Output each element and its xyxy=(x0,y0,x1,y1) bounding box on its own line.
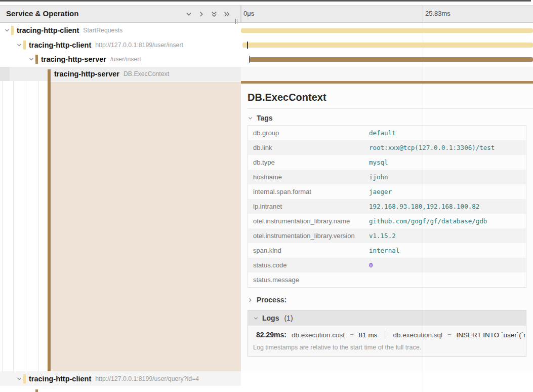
span-row-label[interactable]: tracing-http-client http://127.0.0.1:819… xyxy=(0,371,241,386)
span-service-name: tracing-http-server xyxy=(41,55,106,63)
expand-all-icon[interactable] xyxy=(211,11,218,18)
tag-row: internal.span.formatjaeger xyxy=(248,184,526,199)
tag-value: v1.15.2 xyxy=(369,228,526,243)
span-service-name: tracing-http-server xyxy=(54,70,119,78)
span-timeline-cell xyxy=(241,52,533,67)
chevron-right-icon xyxy=(248,297,253,303)
span-row-client-query: tracing-http-client http://127.0.0.1:819… xyxy=(0,371,533,386)
span-color-bar xyxy=(35,55,38,64)
logs-label: Logs xyxy=(262,314,279,322)
expanded-row-left-column xyxy=(0,81,241,371)
collapse-all-icon[interactable] xyxy=(223,11,230,18)
chevron-down-icon[interactable] xyxy=(16,376,22,382)
log-field-key: db.execution.sql xyxy=(393,331,442,339)
timeline-viewport-scrubber[interactable] xyxy=(0,0,531,2)
span-service-name: tracing-http-client xyxy=(29,375,91,383)
tag-key: status.message xyxy=(248,272,369,287)
span-row-label[interactable]: tracing-http-server DB.ExecContext xyxy=(0,67,241,82)
span-detail-title: DB.ExecContext xyxy=(248,92,533,103)
tag-key: otel.instrumentation_library.name xyxy=(248,214,369,228)
tags-section-header[interactable]: Tags xyxy=(248,114,533,122)
logs-footer-note: Log timestamps are relative to the start… xyxy=(248,341,526,356)
tag-row: otel.instrumentation_library.versionv1.1… xyxy=(248,228,526,243)
span-row-label[interactable]: tracing-http-client http://127.0.0.1:819… xyxy=(0,38,241,53)
span-row-db-exec-context: tracing-http-server DB.ExecContext xyxy=(0,67,533,82)
span-row-server-insert: tracing-http-server /user/insert xyxy=(0,52,533,67)
collapse-one-icon[interactable] xyxy=(198,11,205,18)
tag-value: github.com/gogf/gf/database/gdb xyxy=(369,214,526,228)
span-timeline-cell xyxy=(241,67,533,82)
tag-key: status.code xyxy=(248,258,369,272)
ruler-tick-0: 0μs xyxy=(243,10,254,17)
logs-count: (1) xyxy=(284,314,293,322)
span-operation-name: /user/insert xyxy=(110,56,141,63)
tag-key: db.group xyxy=(248,126,369,140)
tag-row: hostnameijohn xyxy=(248,170,526,184)
tag-row: ip.intranet192.168.93.180,192.168.100.82 xyxy=(248,199,526,214)
divider xyxy=(248,108,533,109)
span-log-marker xyxy=(249,56,250,63)
tag-row: db.typemysql xyxy=(248,155,526,170)
tag-value: ijohn xyxy=(369,170,526,184)
span-operation-name: StartRequests xyxy=(83,27,122,34)
tag-row: otel.instrumentation_library.namegithub.… xyxy=(248,214,526,228)
span-service-name: tracing-http-client xyxy=(29,41,91,49)
process-label: Process: xyxy=(257,296,286,304)
span-row-client-insert: tracing-http-client http://127.0.0.1:819… xyxy=(0,38,533,53)
tag-row: status.code0 xyxy=(248,258,526,272)
tag-row: db.linkroot:xxx@tcp(127.0.0.1:3306)/test xyxy=(248,140,526,155)
expand-one-icon[interactable] xyxy=(185,11,192,18)
tag-key: ip.intranet xyxy=(248,199,369,214)
tag-value: internal xyxy=(369,243,526,258)
tag-value: default xyxy=(369,126,526,140)
tag-key: db.link xyxy=(248,140,369,155)
tag-key: db.type xyxy=(248,155,369,170)
service-operation-header: Service & Operation xyxy=(0,5,241,23)
log-timestamp: 82.29ms: xyxy=(256,331,286,339)
tags-label: Tags xyxy=(257,114,273,122)
tag-row: status.message xyxy=(248,272,526,287)
tag-key: otel.instrumentation_library.version xyxy=(248,228,369,243)
tag-value: 192.168.93.180,192.168.100.82 xyxy=(369,199,526,214)
selected-span-color-bar xyxy=(48,69,51,371)
selected-span-tint xyxy=(51,82,241,371)
span-timeline-cell xyxy=(241,38,533,53)
chevron-down-icon[interactable] xyxy=(28,56,34,62)
equals-sign: = xyxy=(350,331,354,339)
log-field-value: INSERT INTO `user`(`name` xyxy=(457,331,526,339)
tag-row: db.groupdefault xyxy=(248,126,526,140)
span-row-label[interactable]: tracing-http-client StartRequests xyxy=(0,23,241,38)
span-operation-name: http://127.0.0.1:8199/user/query?id=4 xyxy=(95,375,199,382)
span-row-start-requests: tracing-http-client StartRequests xyxy=(0,23,533,38)
equals-sign: = xyxy=(447,331,452,339)
chevron-down-icon[interactable] xyxy=(4,27,10,33)
span-service-name: tracing-http-client xyxy=(17,26,79,34)
timeline-ruler: 0μs 25.83ms xyxy=(241,5,533,23)
service-operation-title: Service & Operation xyxy=(6,9,78,18)
selected-span-duration-bar[interactable] xyxy=(241,81,533,84)
process-section-header[interactable]: Process: xyxy=(248,296,533,304)
span-duration-bar[interactable] xyxy=(242,43,533,48)
span-color-bar xyxy=(23,374,26,383)
span-color-bar xyxy=(11,26,14,35)
span-operation-name: DB.ExecContext xyxy=(124,70,169,77)
span-duration-bar[interactable] xyxy=(249,57,533,62)
log-entry-row[interactable]: 82.29ms: db.execution.cost = 81 ms db.ex… xyxy=(248,326,526,341)
tag-key: span.kind xyxy=(248,243,369,258)
chevron-down-icon xyxy=(248,115,253,121)
tag-value: root:xxx@tcp(127.0.0.1:3306)/test xyxy=(369,140,526,155)
span-color-bar xyxy=(35,389,38,392)
field-separator xyxy=(385,331,385,339)
tag-row: span.kindinternal xyxy=(248,243,526,258)
tag-key: internal.span.format xyxy=(248,184,369,199)
span-log-marker xyxy=(247,42,248,49)
ruler-tick-1: 25.83ms xyxy=(425,10,450,17)
logs-section-header[interactable]: Logs (1) xyxy=(248,310,526,326)
span-row-label[interactable]: tracing-http-server /user/insert xyxy=(0,52,241,67)
log-field-value: 81 ms xyxy=(359,331,378,339)
tag-value: mysql xyxy=(369,155,526,170)
tag-value: jaeger xyxy=(369,184,526,199)
chevron-down-icon[interactable] xyxy=(16,42,22,48)
log-field-key: db.execution.cost xyxy=(292,331,345,339)
span-duration-bar[interactable] xyxy=(241,28,533,33)
